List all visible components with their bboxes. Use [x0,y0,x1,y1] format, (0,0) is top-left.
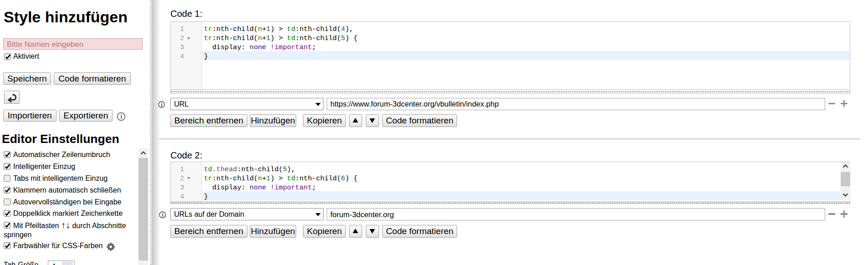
svg-text:i: i [161,102,163,107]
svg-text:i: i [162,212,164,218]
svg-text:i: i [120,113,122,120]
